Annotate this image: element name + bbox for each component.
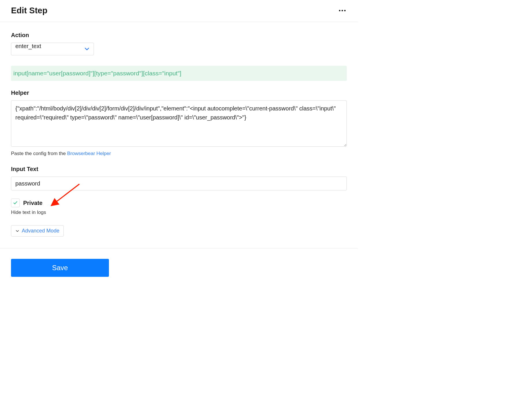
helper-textarea[interactable] xyxy=(11,100,347,147)
advanced-mode-label: Advanced Mode xyxy=(22,228,59,234)
helper-hint: Paste the config from the Browserbear He… xyxy=(11,151,347,157)
check-icon xyxy=(13,200,18,206)
helper-hint-prefix: Paste the config from the xyxy=(11,151,67,156)
advanced-mode-button[interactable]: Advanced Mode xyxy=(11,225,64,237)
input-text-field[interactable] xyxy=(11,177,347,190)
private-row: Private xyxy=(11,199,347,207)
page-title: Edit Step xyxy=(11,6,48,15)
input-text-label: Input Text xyxy=(11,166,347,172)
helper-label: Helper xyxy=(11,90,347,96)
helper-hint-link[interactable]: Browserbear Helper xyxy=(67,151,111,156)
private-checkbox[interactable] xyxy=(11,199,20,207)
page-header: Edit Step xyxy=(0,0,358,22)
private-label: Private xyxy=(23,200,43,206)
more-icon[interactable] xyxy=(338,9,347,12)
action-label: Action xyxy=(11,32,347,39)
private-hint: Hide text in logs xyxy=(11,210,347,215)
selector-preview: input[name="user[password]"][type="passw… xyxy=(11,66,347,81)
save-button[interactable]: Save xyxy=(11,259,109,277)
chevron-down-icon xyxy=(15,229,19,233)
action-select[interactable]: enter_text xyxy=(11,43,94,55)
